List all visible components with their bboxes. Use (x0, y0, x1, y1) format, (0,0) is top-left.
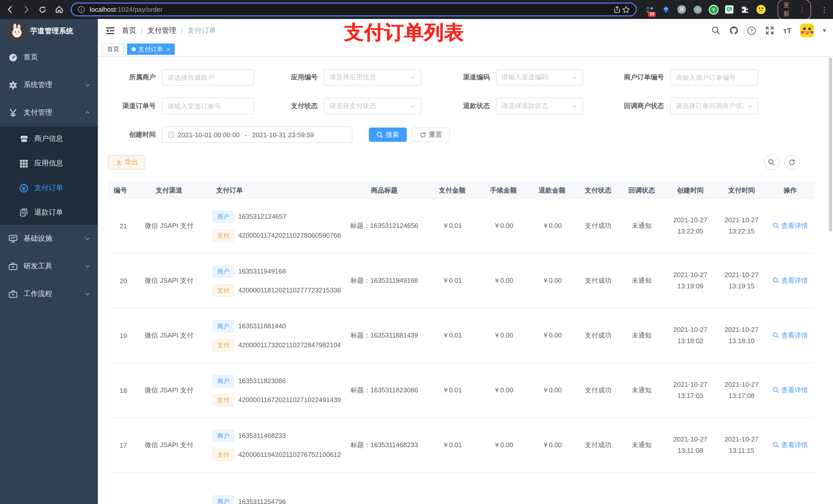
merchant-tag: 商户 (213, 495, 234, 504)
cell-id: 18 (108, 386, 133, 394)
svg-text:Y: Y (712, 7, 715, 13)
merchant-order-input[interactable] (670, 69, 758, 86)
create-time-range-picker[interactable]: 2021-10-01 00:00:00 - 2021-10-31 23:59:5… (162, 126, 353, 143)
merchant-order-no: 1635311254796 (238, 498, 286, 504)
cell-notify-status: 未通知 (620, 221, 663, 231)
avatar-caret-icon[interactable]: ▼ (822, 28, 827, 33)
sidebar-item-pay[interactable]: 支付管理 (0, 99, 98, 126)
sidebar-item-label: 工作流程 (24, 289, 85, 298)
col-notify-status: 回调状态 (620, 186, 663, 195)
cell-fee: ￥0.00 (479, 386, 528, 395)
sidebar-toggle-icon[interactable] (105, 27, 115, 35)
share-icon[interactable] (612, 5, 621, 14)
ext-pinned-icon[interactable]: 10 (645, 4, 655, 15)
search-icon (772, 442, 779, 449)
col-pay-order: 支付订单 (205, 186, 343, 195)
cell-pay-time: 2021-10-2713:22:15 (717, 215, 766, 237)
cell-notify-status: 未通知 (620, 440, 663, 450)
ext-chat-icon[interactable] (724, 4, 734, 15)
ext-emoji-icon[interactable] (756, 4, 766, 15)
bookmark-star-icon[interactable] (621, 5, 630, 14)
browser-update-button[interactable]: 更新 ⋮ (778, 0, 811, 20)
cell-pay-time: 2021-10-2713:17:08 (717, 379, 766, 402)
breadcrumb-pay[interactable]: 支付管理 (147, 26, 176, 35)
app-no-select[interactable]: 请选择应用信息 (324, 69, 421, 86)
cell-amount: ￥0.01 (425, 221, 479, 231)
browser-menu-icon[interactable]: ⋮ (821, 5, 828, 14)
site-info-icon[interactable] (76, 5, 86, 14)
logo-rabbit-image (8, 23, 25, 40)
pay-order-no: 4200001173202110272847982104 (238, 341, 341, 349)
ext-puzzle-icon[interactable] (740, 4, 750, 15)
sidebar-item-app-info[interactable]: 应用信息 (0, 151, 98, 176)
sidebar-item-merchant-info[interactable]: 商户信息 (0, 126, 98, 151)
cell-id: 21 (108, 222, 133, 230)
browser-back-icon[interactable] (5, 5, 14, 14)
help-icon[interactable]: ? (746, 26, 757, 36)
sidebar-submenu: 商户信息 应用信息 支付订单 (0, 126, 98, 225)
sidebar-item-home[interactable]: 首页 (0, 44, 98, 71)
channel-order-input[interactable] (162, 98, 254, 114)
cell-channel: 微信 JSAPI 支付 (133, 440, 205, 450)
cell-create-time: 2021-10-2713:22:05 (663, 215, 717, 237)
filter-row-3: 创建时间 2021-10-01 00:00:00 - 2021-10-31 23… (108, 126, 833, 143)
reset-button[interactable]: 重置 (412, 127, 450, 142)
browser-home-icon[interactable] (54, 5, 64, 14)
refresh-table-button[interactable] (784, 155, 800, 170)
tag-close-icon[interactable]: ✕ (166, 47, 170, 52)
view-detail-link[interactable]: 查看详情 (772, 386, 808, 395)
ext-command-icon[interactable]: ⌘ (677, 4, 687, 15)
cell-refund: ￥0.00 (528, 276, 576, 285)
view-detail-link[interactable]: 查看详情 (772, 331, 808, 340)
channel-code-select[interactable]: 请输入渠道编码 (496, 69, 583, 86)
cell-notify-status: 未通知 (620, 276, 663, 285)
channel-order-label: 渠道订单号 (108, 101, 162, 111)
github-icon[interactable] (729, 26, 739, 36)
date-start: 2021-10-01 00:00:00 (178, 131, 239, 139)
refund-status-select[interactable]: 请选择退款状态 (496, 98, 583, 114)
font-size-icon[interactable]: тT (782, 26, 792, 36)
ext-green-dot-icon[interactable] (692, 4, 703, 15)
view-detail-link[interactable]: 查看详情 (772, 276, 808, 285)
sidebar-item-refund-order[interactable]: 退款订单 (0, 200, 98, 225)
notify-status-select[interactable]: 请选择订单回调商户状态 (670, 98, 758, 114)
view-detail-link[interactable]: 查看详情 (772, 221, 808, 231)
ext-gem-icon[interactable] (661, 4, 671, 15)
header-search-icon[interactable] (711, 26, 721, 36)
annotation-title: 支付订单列表 (344, 20, 464, 46)
sidebar-item-devtools[interactable]: 研发工具 (0, 253, 98, 280)
table-row: 20 微信 JSAPI 支付 商户1635311949168 支付4200001… (108, 254, 814, 308)
show-search-toggle-button[interactable] (764, 155, 779, 170)
merchant-tag: 商户 (213, 375, 234, 387)
cell-title: 标题：1635312124656 (343, 221, 425, 231)
browser-reload-icon[interactable] (38, 5, 47, 14)
ext-y-logo-icon[interactable]: Y (708, 4, 718, 15)
create-time-label: 创建时间 (108, 130, 162, 139)
export-button[interactable]: 导出 (108, 155, 145, 170)
browser-forward-icon[interactable] (22, 5, 31, 14)
tag-pay-order[interactable]: 支付订单 ✕ (127, 44, 175, 55)
cell-pay-time: 2021-10-2713:19:15 (717, 269, 766, 292)
view-detail-link[interactable]: 查看详情 (772, 440, 808, 450)
search-button[interactable]: 搜索 (369, 127, 407, 142)
sidebar-item-system[interactable]: 系统管理 (0, 71, 98, 99)
breadcrumb-home[interactable]: 首页 (122, 26, 136, 35)
sidebar-item-workflow[interactable]: 工作流程 (0, 280, 98, 308)
cell-pay-order: 商户1635311254796 (205, 495, 343, 504)
sidebar-item-infra[interactable]: 基础设施 (0, 225, 98, 253)
tag-home[interactable]: 首页 (102, 44, 124, 55)
url-bar[interactable]: localhost:1024/pay/order (71, 3, 637, 16)
pay-status-select[interactable]: 请选择支付状态 (324, 98, 421, 114)
scrollbar-thumb[interactable] (829, 57, 832, 232)
merchant-input[interactable] (162, 69, 254, 86)
extensions-row: 10 ⌘ Y 更新 ⋮ (645, 0, 833, 20)
sidebar-item-pay-order[interactable]: 支付订单 (0, 176, 98, 200)
user-avatar[interactable] (800, 24, 814, 38)
url-host: localhost (90, 6, 116, 13)
toolbox-icon (8, 262, 18, 270)
dashboard-icon (8, 53, 18, 62)
table-toolbar: 导出 (108, 155, 823, 170)
fullscreen-icon[interactable] (764, 26, 775, 36)
pay-circle-icon (20, 184, 28, 192)
merchant-tag: 商户 (213, 320, 234, 332)
